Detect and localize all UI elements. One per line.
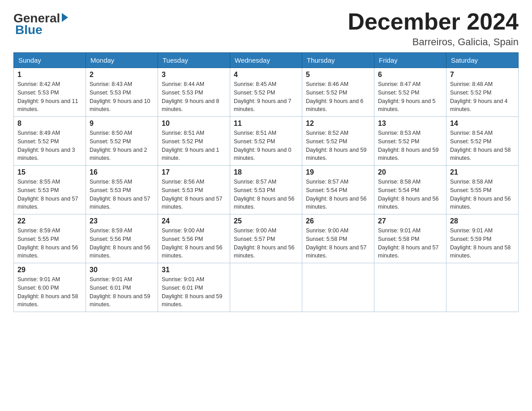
table-row: 30 Sunrise: 9:01 AMSunset: 6:01 PMDaylig… bbox=[86, 263, 158, 312]
day-info: Sunrise: 8:55 AMSunset: 5:53 PMDaylight:… bbox=[17, 178, 82, 211]
month-title: December 2024 bbox=[348, 9, 519, 34]
table-row: 19 Sunrise: 8:57 AMSunset: 5:54 PMDaylig… bbox=[302, 166, 374, 214]
day-number: 20 bbox=[378, 168, 442, 176]
title-section: December 2024 Barreiros, Galicia, Spain bbox=[348, 9, 519, 48]
day-number: 24 bbox=[162, 217, 226, 225]
col-saturday: Saturday bbox=[446, 53, 519, 68]
table-row: 11 Sunrise: 8:51 AMSunset: 5:52 PMDaylig… bbox=[230, 117, 302, 166]
table-row: 20 Sunrise: 8:58 AMSunset: 5:54 PMDaylig… bbox=[374, 166, 446, 214]
day-number: 25 bbox=[234, 217, 298, 225]
day-info: Sunrise: 8:57 AMSunset: 5:54 PMDaylight:… bbox=[306, 178, 370, 211]
table-row: 26 Sunrise: 9:00 AMSunset: 5:58 PMDaylig… bbox=[302, 214, 374, 263]
day-number: 29 bbox=[17, 266, 82, 274]
col-friday: Friday bbox=[374, 53, 446, 68]
day-info: Sunrise: 8:47 AMSunset: 5:52 PMDaylight:… bbox=[378, 80, 442, 114]
table-row: 7 Sunrise: 8:48 AMSunset: 5:52 PMDayligh… bbox=[446, 68, 519, 117]
day-number: 15 bbox=[17, 168, 82, 176]
calendar-table: Sunday Monday Tuesday Wednesday Thursday… bbox=[13, 52, 519, 312]
day-info: Sunrise: 9:01 AMSunset: 6:01 PMDaylight:… bbox=[90, 275, 154, 309]
table-row: 23 Sunrise: 8:59 AMSunset: 5:56 PMDaylig… bbox=[86, 214, 158, 263]
day-number: 27 bbox=[378, 217, 442, 225]
day-number: 2 bbox=[90, 71, 154, 79]
day-number: 16 bbox=[90, 168, 154, 176]
day-number: 4 bbox=[234, 71, 298, 79]
day-info: Sunrise: 9:01 AMSunset: 5:59 PMDaylight:… bbox=[450, 227, 515, 260]
table-row: 15 Sunrise: 8:55 AMSunset: 5:53 PMDaylig… bbox=[14, 166, 86, 214]
day-number: 8 bbox=[17, 120, 82, 128]
day-number: 17 bbox=[162, 168, 226, 176]
day-info: Sunrise: 8:56 AMSunset: 5:53 PMDaylight:… bbox=[162, 178, 226, 211]
day-number: 31 bbox=[162, 266, 226, 274]
day-info: Sunrise: 8:58 AMSunset: 5:55 PMDaylight:… bbox=[450, 178, 515, 211]
day-number: 10 bbox=[162, 120, 226, 128]
table-row: 27 Sunrise: 9:01 AMSunset: 5:58 PMDaylig… bbox=[374, 214, 446, 263]
day-info: Sunrise: 8:51 AMSunset: 5:52 PMDaylight:… bbox=[234, 129, 298, 163]
day-number: 21 bbox=[450, 168, 515, 176]
day-info: Sunrise: 8:49 AMSunset: 5:52 PMDaylight:… bbox=[17, 129, 82, 163]
table-row: 8 Sunrise: 8:49 AMSunset: 5:52 PMDayligh… bbox=[14, 117, 86, 166]
table-row bbox=[302, 263, 374, 312]
day-number: 19 bbox=[306, 168, 370, 176]
day-number: 11 bbox=[234, 120, 298, 128]
day-number: 6 bbox=[378, 71, 442, 79]
table-row: 6 Sunrise: 8:47 AMSunset: 5:52 PMDayligh… bbox=[374, 68, 446, 117]
day-info: Sunrise: 8:58 AMSunset: 5:54 PMDaylight:… bbox=[378, 178, 442, 211]
table-row: 14 Sunrise: 8:54 AMSunset: 5:52 PMDaylig… bbox=[446, 117, 519, 166]
logo-blue-text: Blue bbox=[15, 23, 43, 37]
day-number: 9 bbox=[90, 120, 154, 128]
day-info: Sunrise: 8:51 AMSunset: 5:52 PMDaylight:… bbox=[162, 129, 226, 163]
table-row: 2 Sunrise: 8:43 AMSunset: 5:53 PMDayligh… bbox=[86, 68, 158, 117]
day-number: 26 bbox=[306, 217, 370, 225]
day-info: Sunrise: 8:53 AMSunset: 5:52 PMDaylight:… bbox=[378, 129, 442, 163]
table-row: 13 Sunrise: 8:53 AMSunset: 5:52 PMDaylig… bbox=[374, 117, 446, 166]
table-row: 12 Sunrise: 8:52 AMSunset: 5:52 PMDaylig… bbox=[302, 117, 374, 166]
day-info: Sunrise: 8:59 AMSunset: 5:55 PMDaylight:… bbox=[17, 227, 82, 260]
calendar-week-3: 15 Sunrise: 8:55 AMSunset: 5:53 PMDaylig… bbox=[14, 166, 519, 214]
calendar-week-1: 1 Sunrise: 8:42 AMSunset: 5:53 PMDayligh… bbox=[14, 68, 519, 117]
day-number: 13 bbox=[378, 120, 442, 128]
day-info: Sunrise: 9:01 AMSunset: 5:58 PMDaylight:… bbox=[378, 227, 442, 260]
page-header: General Blue December 2024 Barreiros, Ga… bbox=[13, 9, 519, 48]
day-info: Sunrise: 8:52 AMSunset: 5:52 PMDaylight:… bbox=[306, 129, 370, 163]
table-row bbox=[230, 263, 302, 312]
day-number: 5 bbox=[306, 71, 370, 79]
table-row: 22 Sunrise: 8:59 AMSunset: 5:55 PMDaylig… bbox=[14, 214, 86, 263]
day-number: 30 bbox=[90, 266, 154, 274]
table-row bbox=[374, 263, 446, 312]
logo-arrow-icon bbox=[62, 13, 68, 22]
day-info: Sunrise: 9:00 AMSunset: 5:57 PMDaylight:… bbox=[234, 227, 298, 260]
day-number: 3 bbox=[162, 71, 226, 79]
day-number: 23 bbox=[90, 217, 154, 225]
day-info: Sunrise: 9:01 AMSunset: 6:01 PMDaylight:… bbox=[162, 275, 226, 309]
table-row: 31 Sunrise: 9:01 AMSunset: 6:01 PMDaylig… bbox=[158, 263, 230, 312]
table-row bbox=[446, 263, 519, 312]
table-row: 25 Sunrise: 9:00 AMSunset: 5:57 PMDaylig… bbox=[230, 214, 302, 263]
table-row: 24 Sunrise: 9:00 AMSunset: 5:56 PMDaylig… bbox=[158, 214, 230, 263]
table-row: 29 Sunrise: 9:01 AMSunset: 6:00 PMDaylig… bbox=[14, 263, 86, 312]
table-row: 17 Sunrise: 8:56 AMSunset: 5:53 PMDaylig… bbox=[158, 166, 230, 214]
day-info: Sunrise: 8:44 AMSunset: 5:53 PMDaylight:… bbox=[162, 80, 226, 114]
col-thursday: Thursday bbox=[302, 53, 374, 68]
table-row: 3 Sunrise: 8:44 AMSunset: 5:53 PMDayligh… bbox=[158, 68, 230, 117]
day-number: 1 bbox=[17, 71, 82, 79]
table-row: 21 Sunrise: 8:58 AMSunset: 5:55 PMDaylig… bbox=[446, 166, 519, 214]
day-info: Sunrise: 8:55 AMSunset: 5:53 PMDaylight:… bbox=[90, 178, 154, 211]
logo: General Blue bbox=[13, 9, 68, 37]
calendar-week-4: 22 Sunrise: 8:59 AMSunset: 5:55 PMDaylig… bbox=[14, 214, 519, 263]
table-row: 1 Sunrise: 8:42 AMSunset: 5:53 PMDayligh… bbox=[14, 68, 86, 117]
day-number: 28 bbox=[450, 217, 515, 225]
day-info: Sunrise: 8:54 AMSunset: 5:52 PMDaylight:… bbox=[450, 129, 515, 163]
day-info: Sunrise: 8:42 AMSunset: 5:53 PMDaylight:… bbox=[17, 80, 82, 114]
table-row: 9 Sunrise: 8:50 AMSunset: 5:52 PMDayligh… bbox=[86, 117, 158, 166]
col-monday: Monday bbox=[86, 53, 158, 68]
calendar-header-row: Sunday Monday Tuesday Wednesday Thursday… bbox=[14, 53, 519, 68]
table-row: 28 Sunrise: 9:01 AMSunset: 5:59 PMDaylig… bbox=[446, 214, 519, 263]
table-row: 16 Sunrise: 8:55 AMSunset: 5:53 PMDaylig… bbox=[86, 166, 158, 214]
day-info: Sunrise: 8:57 AMSunset: 5:53 PMDaylight:… bbox=[234, 178, 298, 211]
table-row: 10 Sunrise: 8:51 AMSunset: 5:52 PMDaylig… bbox=[158, 117, 230, 166]
day-info: Sunrise: 8:43 AMSunset: 5:53 PMDaylight:… bbox=[90, 80, 154, 114]
table-row: 5 Sunrise: 8:46 AMSunset: 5:52 PMDayligh… bbox=[302, 68, 374, 117]
col-sunday: Sunday bbox=[14, 53, 86, 68]
day-info: Sunrise: 8:50 AMSunset: 5:52 PMDaylight:… bbox=[90, 129, 154, 163]
day-info: Sunrise: 8:45 AMSunset: 5:52 PMDaylight:… bbox=[234, 80, 298, 114]
